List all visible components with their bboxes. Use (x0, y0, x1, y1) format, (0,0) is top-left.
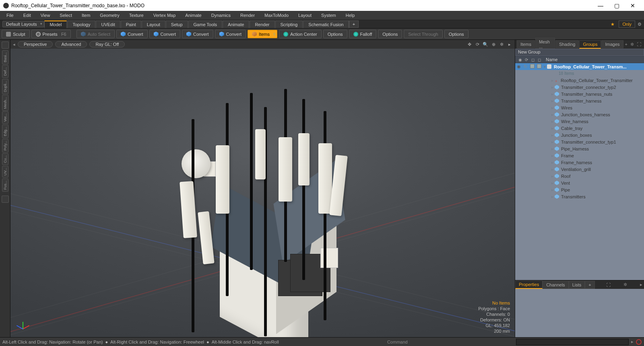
layout-tab-layout[interactable]: Layout (142, 21, 165, 28)
layout-tab-game-tools[interactable]: Game Tools (188, 21, 223, 28)
tree-item[interactable]: ▹Roof (515, 173, 644, 179)
layout-tab-setup[interactable]: Setup (166, 21, 188, 28)
sculpt-button[interactable]: Sculpt (2, 30, 30, 38)
prop-tab-channels[interactable]: Channels (543, 281, 568, 289)
menu-texture[interactable]: Texture (124, 12, 149, 19)
prop-tool-icon[interactable]: ✲ (622, 282, 629, 287)
menu-file[interactable]: File (2, 12, 19, 19)
new-group-button[interactable]: New Group (515, 49, 644, 56)
layout-tab-schematic-fusion[interactable]: Schematic Fusion (303, 21, 349, 28)
menu-layout[interactable]: Layout (293, 12, 316, 19)
convert-button-4[interactable]: Convert (215, 30, 246, 38)
tree-item[interactable]: ▹Transmitter_connector_typ2 (515, 84, 644, 91)
viewport-perspective-tab[interactable]: Perspective (18, 41, 53, 47)
viewport-tool-icon[interactable]: ▸ (507, 42, 512, 47)
action-center-button[interactable]: Action Center (279, 30, 322, 38)
left-tab[interactable]: Dupli... (2, 79, 8, 94)
tree-item[interactable]: ▹Wires (515, 104, 644, 111)
viewport-advanced-tab[interactable]: Advanced (55, 41, 87, 47)
left-tab[interactable]: UV... (2, 166, 8, 177)
menu-help[interactable]: Help (341, 12, 360, 19)
layout-tab-model[interactable]: Model (44, 21, 67, 28)
left-tool-button[interactable] (2, 41, 9, 49)
tree-item[interactable]: ▹Vent (515, 179, 644, 186)
panel-tool-icon[interactable]: ✲ (629, 42, 635, 47)
left-tool-button[interactable] (2, 196, 9, 203)
menu-maxtomodo[interactable]: MaxToModo (260, 12, 293, 19)
menu-dynamics[interactable]: Dynamics (206, 12, 235, 19)
tree-item[interactable]: ▹Frame (515, 152, 644, 159)
layout-tab-render[interactable]: Render (250, 21, 275, 28)
gear-icon[interactable]: ⚙ (638, 22, 642, 27)
prop-tool-icon[interactable]: ▸ (638, 282, 644, 287)
viewport-tool-icon[interactable]: ✥ (466, 42, 472, 47)
layout-dropdown[interactable]: Default Layouts (2, 21, 44, 27)
chevron-right-icon[interactable]: ▸ (631, 339, 634, 344)
left-tab[interactable]: Basi... (2, 50, 8, 64)
layout-tab-paint[interactable]: Paint (121, 21, 141, 28)
star-icon[interactable]: ★ (611, 22, 615, 27)
tree-item[interactable]: ▹Pipe_Harness (515, 145, 644, 152)
left-tab[interactable]: Fus... (2, 179, 8, 192)
convert-button-3[interactable]: Convert (182, 30, 213, 38)
autoselect-button[interactable]: Auto Select (76, 30, 115, 38)
convert-button-2[interactable]: Convert (149, 30, 181, 38)
layout-tab-animate[interactable]: Animate (223, 21, 249, 28)
command-input[interactable] (516, 339, 629, 345)
panel-tab-groups[interactable]: Groups (579, 40, 601, 49)
menu-edit[interactable]: Edit (19, 12, 36, 19)
falloff-button[interactable]: Falloff (349, 30, 377, 38)
close-button[interactable]: ✕ (625, 2, 641, 9)
tree-header-name[interactable]: Name (543, 57, 644, 62)
tree-item[interactable]: ▹Junction_boxes_harness (515, 111, 644, 118)
menu-system[interactable]: System (316, 12, 341, 19)
tree-item[interactable]: ▹Cable_tray (515, 125, 644, 132)
options-button-3[interactable]: Options (444, 30, 469, 38)
panel-tab-items[interactable]: Items (517, 40, 535, 48)
col4-header-icon[interactable]: ◻ (536, 58, 543, 62)
left-tab[interactable]: Edg... (2, 125, 8, 138)
record-icon[interactable] (636, 339, 642, 345)
maximize-button[interactable]: ▢ (609, 2, 625, 9)
convert-button-1[interactable]: Convert (116, 30, 148, 38)
left-tab[interactable]: Cu... (2, 153, 8, 165)
left-tab[interactable]: Ver... (2, 111, 8, 124)
select-through-button[interactable]: Select Through (404, 30, 442, 38)
layout-tab-topology[interactable]: Topology (67, 21, 95, 28)
tree-item[interactable]: ▹Transmitter_harness (515, 97, 644, 104)
prop-tool-icon[interactable]: ⛶ (605, 282, 612, 287)
menu-vertex-map[interactable]: Vertex Map (149, 12, 181, 19)
col3-header-icon[interactable]: ◻ (530, 58, 536, 62)
menu-item[interactable]: Item (77, 12, 95, 19)
eye-header-icon[interactable]: ◉ (517, 58, 523, 62)
viewport-canvas[interactable]: No Items Polygons : Face Channels: 0 Def… (10, 49, 515, 337)
layout-add-button[interactable]: + (349, 21, 359, 28)
tree-item[interactable]: ▹Pipe (515, 186, 644, 193)
prop-tab-lists[interactable]: Lists (569, 281, 585, 289)
left-tab[interactable]: Mesh... (2, 95, 8, 111)
viewport-tool-icon[interactable]: 🔍 (483, 42, 488, 47)
viewport-raygl-tab[interactable]: Ray GL: Off (89, 41, 125, 47)
tree-item[interactable]: ▹Transmitter_harness_nuts (515, 91, 644, 97)
only-button[interactable]: Only (619, 21, 635, 28)
panel-tool-icon[interactable]: + (624, 42, 629, 47)
options-button-1[interactable]: Options (323, 30, 347, 38)
tree-item[interactable]: ▹Frame_harness (515, 159, 644, 166)
left-tab[interactable]: Poly... (2, 139, 8, 152)
panel-tab-shading[interactable]: Shading (555, 40, 579, 48)
menu-render[interactable]: Render (235, 12, 260, 19)
item-tree[interactable]: ◉↻ ▾ Rooftop_Cellular_Tower_Transm... 18… (515, 63, 644, 280)
items-button[interactable]: Items (248, 30, 277, 38)
presets-button[interactable]: PresetsF6 (31, 30, 71, 38)
tree-item[interactable]: ▹Transmitter_connector_typ1 (515, 138, 644, 145)
prop-add-button[interactable]: + (585, 281, 594, 289)
options-button-2[interactable]: Options (378, 30, 402, 38)
tree-root[interactable]: ◉↻ ▾ Rooftop_Cellular_Tower_Transm... (515, 63, 644, 70)
tree-item[interactable]: ▹Rooftop_Cellular_Tower_Transmitter (515, 77, 644, 84)
viewport-tool-icon[interactable]: ⟳ (475, 42, 480, 47)
menu-view[interactable]: View (36, 12, 55, 19)
minimize-button[interactable]: — (592, 2, 609, 9)
viewport-tool-icon[interactable]: ✲ (499, 42, 504, 47)
panel-tab-images[interactable]: Images (601, 40, 623, 48)
prop-tab-properties[interactable]: Properties (515, 280, 543, 289)
